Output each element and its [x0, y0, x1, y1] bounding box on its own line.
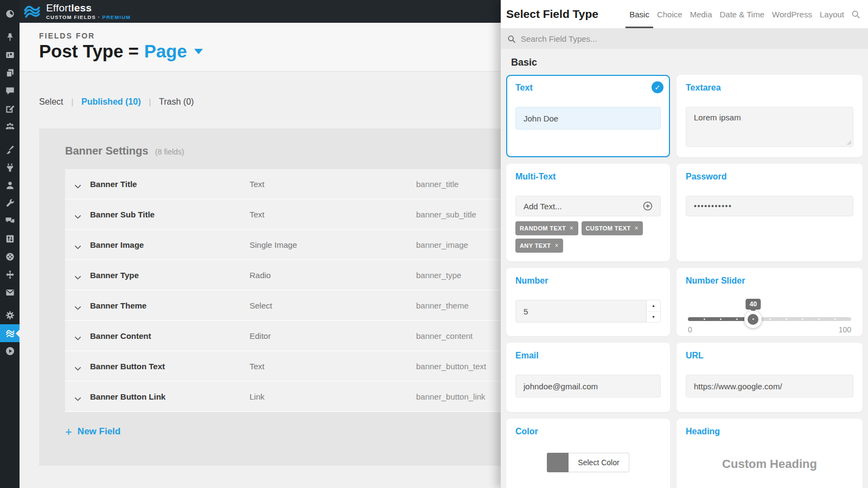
field-row-banner_content[interactable]: Banner ContentEditorbanner_content	[65, 321, 501, 351]
chevron-down-icon[interactable]	[74, 394, 81, 399]
sidebar-item-comments[interactable]	[0, 82, 20, 100]
field-type-card-email[interactable]: Email johndoe@gmail.com	[506, 343, 670, 412]
sidebar-item-settings-gear[interactable]	[0, 306, 20, 324]
url-preview-input[interactable]: https://www.google.com/	[686, 375, 853, 397]
tag-label: RANDOM TEXT	[520, 225, 566, 232]
mail-icon	[5, 287, 15, 298]
chevron-down-icon[interactable]	[74, 273, 81, 278]
fields-for-label: FIELDS FOR	[39, 31, 501, 40]
sidebar-item-edit[interactable]	[0, 100, 20, 118]
filter-published-10[interactable]: Published (10)	[81, 97, 141, 107]
select-color-button[interactable]: Select Color	[547, 453, 629, 472]
panel-search-icon[interactable]	[851, 10, 860, 19]
chevron-down-icon[interactable]	[74, 364, 81, 369]
field-label: Banner Button Link	[90, 392, 250, 401]
field-rows: Banner TitleTextbanner_titleBanner Sub T…	[65, 169, 501, 412]
sidebar-item-tools-wrench[interactable]	[0, 194, 20, 212]
field-row-banner_theme[interactable]: Banner ThemeSelectbanner_theme	[65, 291, 501, 321]
number-slider-track[interactable]: 40	[688, 317, 851, 321]
wp-admin-sidebar	[0, 0, 20, 488]
media-icon	[5, 50, 15, 60]
sidebar-item-move[interactable]	[0, 266, 20, 284]
chevron-down-icon[interactable]	[74, 242, 81, 247]
tag-remove-icon[interactable]: ×	[570, 224, 573, 232]
sidebar-item-pages[interactable]	[0, 64, 20, 82]
chevron-down-icon[interactable]	[74, 212, 81, 217]
tab-media[interactable]: Media	[686, 0, 716, 28]
sidebar-item-mail[interactable]	[0, 284, 20, 301]
sidebar-item-chat-bubbles[interactable]	[0, 212, 20, 230]
sidebar-item-plugins[interactable]	[0, 158, 20, 176]
field-type-card-text[interactable]: Text ✓ John Doe	[506, 75, 670, 157]
plus-icon: +	[65, 427, 72, 436]
sidebar-item-audience[interactable]	[0, 118, 20, 136]
field-type-card-password[interactable]: Password •••••••••••	[676, 164, 863, 261]
tab-wordpress[interactable]: WordPress	[768, 0, 816, 28]
sidebar-item-sliders[interactable]	[0, 230, 20, 248]
field-row-banner_button_text[interactable]: Banner Button TextTextbanner_button_text	[65, 351, 501, 382]
tab-date-time[interactable]: Date & Time	[716, 0, 769, 28]
tag-label: ANY TEXT	[520, 242, 551, 249]
tag-remove-icon[interactable]: ×	[635, 224, 639, 232]
field-row-banner_sub_title[interactable]: Banner Sub TitleTextbanner_sub_title	[65, 200, 501, 230]
post-type-dropdown[interactable]: Page	[144, 41, 203, 62]
sidebar-item-dashboard[interactable]	[0, 5, 20, 23]
tab-choice[interactable]: Choice	[653, 0, 686, 28]
sidebar-item-appearance-brush[interactable]	[0, 140, 20, 158]
tag-remove-icon[interactable]: ×	[554, 242, 558, 249]
chevron-down-icon[interactable]	[74, 333, 81, 338]
field-row-banner_title[interactable]: Banner TitleTextbanner_title	[65, 169, 501, 200]
selected-check-icon: ✓	[652, 81, 663, 93]
field-type: Editor	[250, 331, 416, 341]
sidebar-item-play[interactable]	[0, 342, 20, 360]
tools-wrench-icon	[5, 198, 15, 208]
sidebar-item-effortless-wave[interactable]	[0, 324, 20, 342]
tag-pill[interactable]: ANY TEXT×	[515, 239, 563, 253]
number-preview-input[interactable]: 5 ▲ ▼	[515, 300, 661, 323]
multi-text-preview-input[interactable]: Add Text...	[515, 196, 661, 216]
tag-pill[interactable]: RANDOM TEXT×	[515, 221, 578, 235]
filter-select[interactable]: Select	[39, 97, 63, 107]
password-preview-input[interactable]: •••••••••••	[686, 196, 853, 216]
field-type-card-multi-text[interactable]: Multi-Text Add Text... RANDOM TEXT×CUSTO…	[506, 164, 670, 261]
color-swatch	[547, 453, 569, 472]
slider-tick-dot	[769, 318, 771, 320]
search-field-types-input[interactable]: Search Field Types...	[501, 29, 868, 49]
comments-icon	[5, 86, 15, 96]
field-type-card-heading[interactable]: Heading Custom Heading	[676, 419, 863, 488]
field-row-banner_image[interactable]: Banner ImageSingle Imagebanner_image	[65, 230, 501, 260]
slider-tick-dot	[802, 318, 803, 320]
field-type-card-textarea[interactable]: Textarea Lorem ipsam	[676, 75, 863, 157]
field-row-banner_type[interactable]: Banner TypeRadiobanner_type	[65, 260, 501, 291]
sidebar-item-users[interactable]	[0, 176, 20, 194]
text-preview-input[interactable]: John Doe	[515, 107, 661, 130]
users-icon	[5, 180, 15, 190]
spinner-down-icon[interactable]: ▼	[647, 312, 660, 323]
chevron-down-icon[interactable]	[74, 303, 81, 308]
tab-basic[interactable]: Basic	[626, 0, 653, 28]
tag-pill[interactable]: CUSTOM TEXT×	[582, 221, 643, 235]
number-spinner: ▲ ▼	[646, 300, 660, 322]
sidebar-item-media[interactable]	[0, 46, 20, 64]
status-filters: Select|Published (10)|Trash (0)	[39, 97, 501, 107]
add-text-plus-icon[interactable]	[643, 201, 653, 211]
field-type-card-number[interactable]: Number 5 ▲ ▼	[506, 268, 670, 336]
spinner-up-icon[interactable]: ▲	[647, 300, 660, 312]
tab-layout[interactable]: Layout	[816, 0, 848, 28]
chevron-down-icon[interactable]	[74, 182, 81, 187]
textarea-preview-input[interactable]: Lorem ipsam	[686, 107, 853, 147]
field-slug: banner_button_text	[416, 362, 486, 371]
sidebar-item-pin-posts[interactable]	[0, 28, 20, 46]
field-row-banner_button_link[interactable]: Banner Button LinkLinkbanner_button_link	[65, 382, 501, 412]
sidebar-item-video-reel[interactable]	[0, 248, 20, 266]
field-type-card-number-slider[interactable]: Number Slider 40 0 100	[676, 268, 863, 336]
multi-text-tags: RANDOM TEXT×CUSTOM TEXT×ANY TEXT×	[515, 221, 663, 253]
field-label: Banner Title	[90, 179, 250, 189]
field-slug: banner_button_link	[416, 392, 486, 401]
search-icon	[507, 35, 516, 43]
field-type-card-color[interactable]: Color Select Color	[506, 419, 670, 488]
field-type-card-url[interactable]: URL https://www.google.com/	[676, 343, 863, 412]
filter-trash-0[interactable]: Trash (0)	[159, 97, 194, 107]
email-preview-input[interactable]: johndoe@gmail.com	[515, 375, 661, 397]
new-field-button[interactable]: + New Field	[65, 426, 501, 437]
